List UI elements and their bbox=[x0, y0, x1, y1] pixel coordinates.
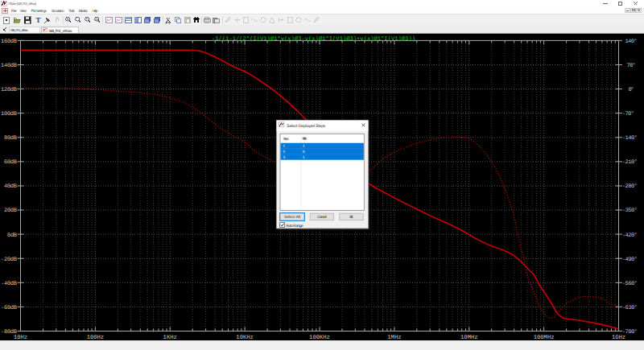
svg-text:100Hz: 100Hz bbox=[87, 335, 104, 341]
svg-text:-140°: -140° bbox=[622, 135, 638, 142]
svg-text:-70°: -70° bbox=[622, 111, 634, 117]
svg-text:0°: 0° bbox=[629, 87, 634, 93]
svg-text:100KHz: 100KHz bbox=[309, 335, 330, 341]
svg-text:1GHz: 1GHz bbox=[612, 335, 625, 341]
svg-text:1: 1 bbox=[303, 155, 305, 159]
svg-text:T: T bbox=[35, 16, 40, 24]
svg-text:160dB: 160dB bbox=[1, 38, 17, 45]
svg-text:View: View bbox=[19, 9, 27, 13]
svg-text:-1/(1-1/(2*(I(V1)@1*v(x)@3-v(x: -1/(1-1/(2*(I(V1)@1*v(x)@3-v(x)@1*I(V1)@… bbox=[212, 35, 415, 43]
svg-text:140°: 140° bbox=[625, 39, 638, 45]
svg-text:10Hz: 10Hz bbox=[14, 335, 27, 341]
svg-text:20dB: 20dB bbox=[4, 207, 17, 214]
svg-text:Step: Step bbox=[283, 137, 289, 141]
svg-text:60dB: 60dB bbox=[4, 159, 17, 166]
svg-text:1: 1 bbox=[303, 144, 305, 148]
svg-text:Select Displayed Steps: Select Displayed Steps bbox=[287, 124, 326, 129]
svg-text:140dB: 140dB bbox=[1, 62, 17, 69]
svg-text:1: 1 bbox=[283, 144, 286, 148]
svg-text:Cancel: Cancel bbox=[317, 215, 326, 219]
svg-text:-60dB: -60dB bbox=[1, 304, 17, 311]
svg-text:10KHz: 10KHz bbox=[236, 335, 254, 341]
svg-text:1KHz: 1KHz bbox=[163, 335, 177, 341]
svg-text:-280°: -280° bbox=[622, 183, 638, 190]
svg-text:088_F01_v9f.asc: 088_F01_v9f.asc bbox=[10, 28, 29, 32]
svg-text:40dB: 40dB bbox=[4, 183, 17, 190]
svg-text:Help: Help bbox=[92, 9, 97, 13]
svg-text:Tools: Tools bbox=[68, 9, 75, 13]
svg-text:-630°: -630° bbox=[622, 305, 638, 311]
svg-text:Select All: Select All bbox=[284, 215, 300, 219]
svg-text:LTspice - [088_F01_v9f.raw]: LTspice - [088_F01_v9f.raw] bbox=[8, 2, 36, 6]
svg-text:-40dB: -40dB bbox=[1, 280, 17, 287]
svg-text:120dB: 120dB bbox=[1, 86, 17, 93]
svg-text:10MHz: 10MHz bbox=[460, 335, 478, 341]
svg-text:Auto Range: Auto Range bbox=[286, 224, 303, 229]
svg-text:0dB: 0dB bbox=[7, 232, 17, 239]
svg-text:-560°: -560° bbox=[622, 281, 638, 287]
svg-text:-490°: -490° bbox=[622, 257, 638, 263]
svg-text:-20dB: -20dB bbox=[1, 256, 17, 263]
svg-text:1MHz: 1MHz bbox=[387, 335, 401, 341]
svg-text:Plot Settings: Plot Settings bbox=[31, 9, 47, 13]
svg-text:Simulation: Simulation bbox=[52, 9, 64, 13]
svg-text:File: File bbox=[11, 9, 17, 13]
svg-text:-210°: -210° bbox=[622, 159, 638, 166]
svg-text:3: 3 bbox=[283, 155, 286, 159]
svg-text:088_F01_v9f.raw: 088_F01_v9f.raw bbox=[49, 29, 73, 33]
svg-text:100dB: 100dB bbox=[1, 110, 17, 117]
svg-text:-420°: -420° bbox=[622, 233, 638, 239]
svg-text:0: 0 bbox=[303, 150, 305, 154]
svg-text:100MHz: 100MHz bbox=[534, 335, 555, 341]
svg-text:-350°: -350° bbox=[622, 208, 638, 214]
svg-text:Window: Window bbox=[79, 9, 89, 13]
svg-text:80dB: 80dB bbox=[4, 134, 17, 142]
svg-text:70°: 70° bbox=[627, 63, 636, 69]
svg-text:2: 2 bbox=[283, 150, 286, 154]
svg-text:PRB: PRB bbox=[303, 137, 308, 141]
